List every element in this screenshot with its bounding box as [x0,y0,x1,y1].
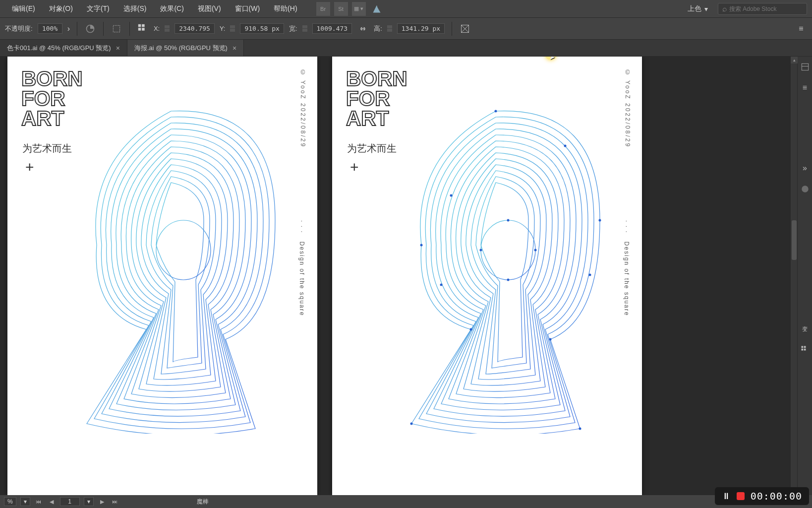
x-value[interactable]: 2340.795 [174,23,215,34]
canvas[interactable]: BORN FOR ART 为艺术而生 + © YooZ 2022/08/29 ·… [0,57,790,495]
svg-point-16 [579,428,581,430]
link-wh-icon[interactable] [357,23,369,35]
svg-point-22 [450,194,453,197]
svg-rect-2 [138,24,141,27]
libraries-panel-icon[interactable]: » [800,163,811,174]
artboard-chevron[interactable]: ▾ [84,497,94,506]
svg-rect-26 [802,64,809,70]
opacity-value[interactable]: 100% [38,23,62,34]
svg-rect-31 [801,349,803,351]
current-tool: 魔棒 [197,498,209,506]
head-blend-artwork-selected[interactable] [382,96,615,434]
h-value[interactable]: 1341.29 px [397,23,445,34]
poster-sidetext: · · · Design of the square [623,220,630,316]
opacity-label: 不透明度: [5,24,33,33]
svg-point-21 [507,279,510,281]
artboard-1[interactable]: BORN FOR ART 为艺术而生 + © YooZ 2022/08/29 ·… [7,57,317,495]
svg-rect-5 [142,28,145,31]
svg-rect-4 [138,28,141,31]
bridge-icon[interactable]: Br [316,2,330,16]
w-spinner[interactable] [302,25,307,32]
poster-plus: + [25,159,34,176]
prev-artboard-icon[interactable]: ◀ [47,498,56,506]
svg-point-13 [549,338,552,341]
y-value[interactable]: 910.58 px [240,23,284,34]
poster-plus: + [350,159,359,176]
zoom-chevron[interactable]: ▾ [20,497,30,506]
stock-search[interactable]: ⌕ [718,3,807,15]
control-bar: 不透明度: 100% › X: 2340.795 Y: 910.58 px 宽:… [0,18,812,40]
w-value[interactable]: 1009.473 [312,23,352,34]
svg-point-20 [534,249,537,252]
stock-icon[interactable]: St [334,2,348,16]
close-icon[interactable]: × [232,44,236,52]
tab-document-2[interactable]: 海报.ai @ 50% (RGB/GPU 预览) × [127,40,244,56]
recolor-icon[interactable] [84,23,96,35]
recorder-timer: 00:00:00 [751,490,802,502]
menu-text[interactable]: 文字(T) [80,0,116,17]
menu-select[interactable]: 选择(S) [116,0,154,17]
workspace: BORN FOR ART 为艺术而生 + © YooZ 2022/08/29 ·… [0,57,812,495]
poster-copyright: © YooZ 2022/08/29 [624,69,631,148]
svg-point-12 [599,219,601,222]
menu-edit[interactable]: 编辑(E) [5,0,42,17]
menu-bar: 编辑(E) 对象(O) 文字(T) 选择(S) 效果(C) 视图(V) 窗口(W… [0,0,812,18]
svg-point-23 [440,284,443,286]
svg-rect-29 [801,346,803,348]
chevron-right-icon[interactable]: › [67,24,70,33]
close-icon[interactable]: × [116,44,120,52]
x-spinner[interactable] [165,25,170,32]
color-panel-icon[interactable] [800,184,811,194]
align-icon[interactable] [137,23,149,35]
tab-label: 海报.ai @ 50% (RGB/GPU 预览) [134,44,228,53]
last-artboard-icon[interactable]: ⏭ [111,498,119,506]
arrange-icon[interactable]: ▦ ▾ [352,2,366,16]
menu-view[interactable]: 视图(V) [191,0,228,17]
isolate-icon[interactable] [459,23,471,35]
align-panel-icon[interactable] [800,344,811,355]
y-label: Y: [220,25,226,32]
pause-button[interactable]: ⏸ [722,491,731,502]
scroll-up-icon[interactable]: ▴ [791,57,798,64]
scroll-thumb[interactable] [792,220,797,260]
right-panel-dock: ≡ » 变 [797,57,812,495]
svg-rect-3 [142,24,145,27]
first-artboard-icon[interactable]: ⏮ [34,498,43,506]
workspace-switcher[interactable]: 上色 ▾ [684,2,712,15]
artboard-2[interactable]: BORN FOR ART 为艺术而生 + © YooZ 2022/08/29 ·… [332,57,642,495]
svg-point-18 [507,219,510,222]
stock-search-input[interactable] [729,5,803,12]
zoom-dropdown[interactable]: % [4,497,16,506]
gpu-icon[interactable] [370,2,384,16]
svg-point-15 [470,328,472,331]
vertical-scrollbar[interactable]: ▴ ▾ [790,57,797,495]
svg-point-14 [420,244,423,247]
transform-icon[interactable] [111,23,122,35]
menu-object[interactable]: 对象(O) [42,0,80,17]
transform-panel-icon[interactable]: 变 [800,323,811,334]
panel-menu-icon[interactable]: ≡ [795,23,807,35]
properties-panel-icon[interactable] [800,62,811,72]
poster-sidetext: · · · Design of the square [298,220,305,316]
artboard-number[interactable]: 1 [60,497,80,506]
svg-point-11 [495,110,497,113]
svg-point-28 [802,186,809,192]
tab-document-1[interactable]: 色卡001.ai @ 45% (RGB/GPU 预览) × [0,40,127,56]
h-label: 高: [374,24,382,33]
record-stop-button[interactable] [737,492,745,500]
menu-effect[interactable]: 效果(C) [153,0,190,17]
status-bar: % ▾ ⏮ ◀ 1 ▾ ▶ ⏭ 魔棒 ▶ [0,495,812,508]
h-spinner[interactable] [387,25,392,32]
screen-recorder-widget: ⏸ 00:00:00 [715,487,809,505]
workspace-label: 上色 [688,4,701,13]
svg-point-25 [589,274,591,276]
svg-point-19 [480,249,482,252]
y-spinner[interactable] [230,25,235,32]
svg-rect-30 [804,346,806,348]
document-tabs: 色卡001.ai @ 45% (RGB/GPU 预览) × 海报.ai @ 50… [0,40,812,57]
next-artboard-icon[interactable]: ▶ [98,498,107,506]
head-blend-artwork [57,96,290,434]
menu-window[interactable]: 窗口(W) [228,0,267,17]
panel-expand-icon[interactable]: ≡ [800,82,811,93]
menu-help[interactable]: 帮助(H) [267,0,304,17]
